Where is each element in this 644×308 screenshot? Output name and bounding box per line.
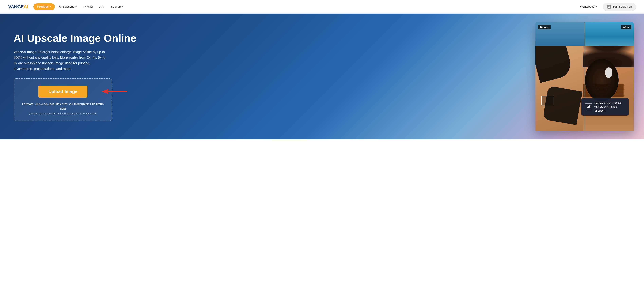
face-before bbox=[535, 46, 584, 131]
logo[interactable]: VANCE AI bbox=[8, 4, 28, 10]
paint-stroke-2 bbox=[542, 86, 582, 125]
svg-point-0 bbox=[608, 6, 610, 7]
face-after bbox=[582, 46, 634, 131]
nav-items: Product ▼ AI Solutions ▼ Pricing API Sup… bbox=[34, 4, 577, 10]
navbar: VANCE AI Product ▼ AI Solutions ▼ Pricin… bbox=[0, 0, 644, 14]
support-label: Support bbox=[111, 5, 121, 9]
upload-box: Upload Image Formats: .jpg,.png,.jpeg Ma… bbox=[14, 78, 112, 121]
label-before: Before bbox=[538, 25, 551, 29]
workspace-chevron-icon: ▼ bbox=[596, 6, 598, 8]
signin-button[interactable]: Sign in/Sign up bbox=[603, 3, 636, 11]
support-chevron-icon: ▼ bbox=[122, 6, 124, 8]
product-label: Product bbox=[37, 5, 48, 9]
hero-description: VanceAI Image Enlarger helps enlarge ima… bbox=[14, 49, 109, 72]
api-nav-item[interactable]: API bbox=[97, 4, 107, 10]
hero-section: AI Upscale Image Online VanceAI Image En… bbox=[0, 14, 644, 139]
arrow-icon bbox=[102, 86, 129, 97]
formats-text: Formats: .jpg,.png,.jpeg Max size: 2.8 M… bbox=[21, 102, 105, 112]
upload-info: Formats: .jpg,.png,.jpeg Max size: 2.8 M… bbox=[21, 102, 105, 116]
tooltip-box: Upscale image by 800% with VanceAI Image… bbox=[581, 98, 629, 116]
comparison-wrapper: Before After bbox=[535, 22, 634, 131]
user-icon bbox=[607, 5, 611, 9]
note-text: (Images that exceed the limit will be re… bbox=[21, 111, 105, 116]
api-label: API bbox=[100, 5, 104, 9]
pricing-nav-item[interactable]: Pricing bbox=[81, 4, 96, 10]
paint-stroke-1 bbox=[535, 46, 574, 83]
ai-solutions-label: AI Solutions bbox=[59, 5, 74, 9]
iris-highlight bbox=[605, 67, 612, 78]
tooltip-upscale-icon bbox=[585, 103, 592, 110]
upload-image-button[interactable]: Upload Image bbox=[38, 86, 88, 98]
product-nav-button[interactable]: Product ▼ bbox=[34, 4, 55, 10]
logo-ai: AI bbox=[24, 4, 28, 10]
workspace-label: Workspace bbox=[580, 5, 594, 9]
pricing-label: Pricing bbox=[84, 5, 93, 9]
signin-label: Sign in/Sign up bbox=[612, 5, 632, 9]
hero-left: AI Upscale Image Online VanceAI Image En… bbox=[0, 22, 354, 131]
upload-btn-row: Upload Image bbox=[21, 86, 105, 98]
eye-small-box bbox=[541, 96, 553, 105]
eyelash-lines bbox=[582, 84, 624, 97]
logo-vance: VANCE bbox=[8, 4, 24, 10]
nav-right: Workspace ▼ Sign in/Sign up bbox=[577, 3, 636, 11]
workspace-nav-item[interactable]: Workspace ▼ bbox=[577, 4, 600, 10]
label-after: After bbox=[621, 25, 632, 29]
ai-solutions-nav-item[interactable]: AI Solutions ▼ bbox=[56, 4, 80, 10]
product-chevron-icon: ▼ bbox=[49, 6, 51, 8]
support-nav-item[interactable]: Support ▼ bbox=[108, 4, 126, 10]
ai-solutions-chevron-icon: ▼ bbox=[75, 6, 77, 8]
tooltip-text: Upscale image by 800% with VanceAI Image… bbox=[594, 101, 625, 113]
hero-title: AI Upscale Image Online bbox=[14, 32, 344, 44]
